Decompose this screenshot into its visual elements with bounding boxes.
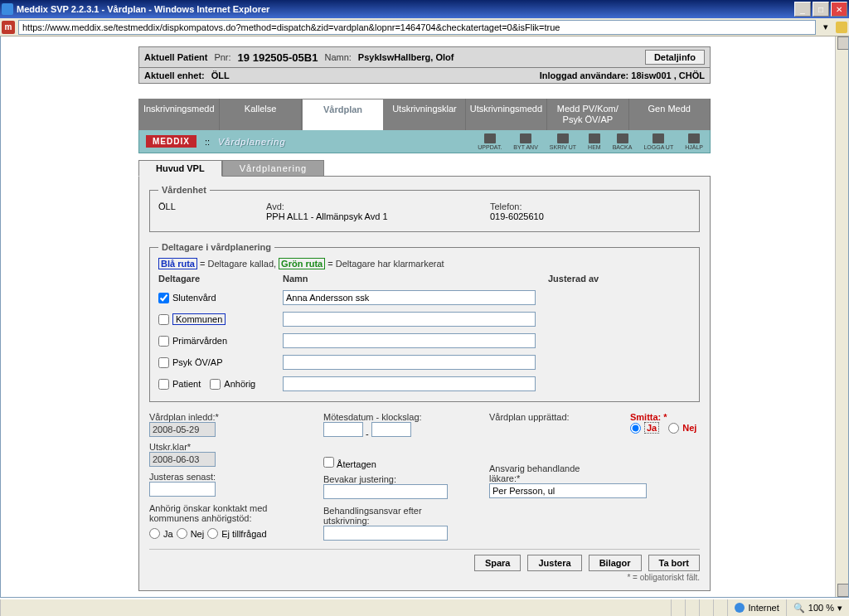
help-icon[interactable]: HJÄLP [685, 133, 703, 150]
radio-nej[interactable] [177, 528, 187, 539]
behand-input[interactable] [323, 526, 448, 541]
address-bar: m https://www.meddix.se/testmeddix/dispk… [0, 18, 849, 36]
delete-button[interactable]: Ta bort [648, 555, 700, 571]
patient-header: Aktuell Patient Pnr: 19 192505-05B1 Namn… [138, 46, 711, 84]
radio-ja[interactable] [149, 528, 160, 539]
save-button[interactable]: Spara [474, 555, 522, 571]
site-favicon: m [2, 21, 15, 34]
avd-label: Avd: [266, 201, 490, 211]
chk-kommunen[interactable] [158, 314, 169, 325]
maximize-button[interactable]: □ [813, 2, 829, 17]
motes-date-input[interactable] [323, 422, 363, 437]
deltagare-legend: Deltagare i vårdplanering [158, 242, 274, 252]
tab-medd-pv[interactable]: Medd PV/Kom/ Psyk ÖV/AP [547, 99, 628, 130]
page-body: Aktuell Patient Pnr: 19 192505-05B1 Namn… [0, 36, 849, 598]
refresh-icon[interactable]: UPPDAT. [478, 133, 502, 150]
attachments-button[interactable]: Bilagor [589, 555, 642, 571]
tab-gen-medd[interactable]: Gen Medd [629, 99, 711, 130]
name-primarvarden[interactable] [283, 333, 536, 348]
name-psyk[interactable] [283, 355, 536, 370]
unit-value: ÖLL [211, 70, 230, 80]
deltagare-fieldset: Deltagare i vårdplanering Blå ruta = Del… [149, 242, 700, 402]
print-icon[interactable]: SKRIV UT [550, 133, 576, 150]
brand-logo: MEDDIX [146, 135, 196, 148]
inledd-input[interactable]: 2008-05-29 [149, 422, 216, 437]
minimize-button[interactable]: _ [794, 2, 811, 17]
justeras-label: Justeras senast: [149, 472, 298, 482]
home-icon[interactable]: HEM [588, 133, 601, 150]
chk-primarvarden[interactable] [158, 336, 169, 347]
name-label: Namn: [324, 52, 351, 62]
lock-icon [836, 22, 847, 33]
ansvarig-label: Ansvarig behandlande läkare:* [489, 463, 605, 483]
subtab-row: Huvud VPL Vårdplanering [138, 160, 711, 177]
logged-user: 18isw001 , CHÖL [631, 70, 705, 80]
tab-utskrivningsmedd[interactable]: Utskrivningsmedd [466, 99, 547, 130]
col-deltagare: Deltagare [158, 274, 283, 284]
zoom-icon: 🔍 [793, 603, 805, 614]
bevakar-label: Bevakar justering: [323, 474, 464, 484]
ie-icon [2, 3, 13, 15]
name-kommunen[interactable] [283, 312, 536, 327]
window-titlebar: Meddix SVP 2.2.3.1 - Vårdplan - Windows … [0, 0, 849, 18]
patient-label: Aktuell Patient [144, 52, 207, 62]
motes-time-input[interactable] [371, 422, 411, 437]
status-zoom[interactable]: 🔍100 % ▾ [786, 599, 849, 616]
switch-user-icon[interactable]: BYT ANV [513, 133, 537, 150]
subtab-huvud-vpl[interactable]: Huvud VPL [138, 160, 222, 177]
utskr-input[interactable]: 2008-06-03 [149, 452, 216, 467]
patient-name: PsykIswHallberg, Olof [358, 52, 454, 62]
toolbar-title: Vårdplanering [218, 137, 286, 147]
url-dropdown-icon[interactable]: ▾ [819, 22, 832, 32]
tel-value: 019-6025610 [490, 211, 691, 221]
radio-ej[interactable] [207, 528, 218, 539]
lower-grid: Vårdplan inledd:* 2008-05-29 Utskr.klar*… [149, 412, 700, 542]
vardenhet-fieldset: Vårdenhet ÖLL Avd: PPH ALL1 - Allmänpsyk… [149, 185, 700, 232]
name-slutenvard[interactable] [283, 290, 536, 305]
tab-inskrivningsmedd[interactable]: Inskrivningsmedd [138, 99, 220, 130]
subtab-vardplanering[interactable]: Vårdplanering [222, 160, 325, 177]
main-nav: Inskrivningsmedd Kallelse Vårdplan Utskr… [138, 99, 711, 130]
toolbar: MEDDIX :: Vårdplanering UPPDAT. BYT ANV … [138, 130, 711, 153]
url-text: https://www.meddix.se/testmeddix/dispkom… [22, 22, 560, 32]
col-namn: Namn [283, 274, 548, 284]
chk-anhorig[interactable] [210, 379, 221, 390]
radio-smitta-ja[interactable] [630, 423, 641, 434]
anhorig-label: Anhörig önskar konktakt med kommunens an… [149, 503, 290, 523]
form-panel: Vårdenhet ÖLL Avd: PPH ALL1 - Allmänpsyk… [138, 176, 711, 591]
tab-vardplan[interactable]: Vårdplan [302, 99, 384, 130]
utskr-label: Utskr.klar* [149, 442, 298, 452]
window-title: Meddix SVP 2.2.3.1 - Vårdplan - Windows … [17, 4, 269, 14]
smitta-label: Smitta: * [630, 412, 696, 422]
url-field[interactable]: https://www.meddix.se/testmeddix/dispkom… [18, 20, 816, 35]
blue-legend: Blå ruta [158, 258, 197, 269]
vertical-scrollbar[interactable] [835, 36, 848, 597]
detail-button[interactable]: Detaljinfo [645, 50, 705, 65]
chk-patient[interactable] [158, 379, 169, 390]
back-icon[interactable]: BACKA [613, 133, 633, 150]
globe-icon [735, 603, 745, 613]
row-slutenvard: Slutenvård [158, 290, 691, 305]
close-button[interactable]: ✕ [831, 2, 847, 17]
status-zone: Internet [727, 599, 785, 616]
chk-atertagen[interactable] [323, 457, 334, 468]
ansvarig-input[interactable]: Per Persson, ul [489, 483, 647, 498]
adjust-button[interactable]: Justera [527, 555, 581, 571]
row-psyk: Psyk ÖV/AP [158, 355, 691, 370]
bevakar-input[interactable] [323, 484, 448, 499]
row-patient: Patient Anhörig [158, 376, 691, 391]
tab-utskrivningsklar[interactable]: Utskrivningsklar [384, 99, 465, 130]
logout-icon[interactable]: LOGGA UT [643, 133, 673, 150]
behand-label: Behandlingsansvar efter utskrivning: [323, 506, 464, 526]
justeras-input[interactable] [149, 482, 216, 497]
status-bar: Internet 🔍100 % ▾ [0, 598, 849, 616]
chk-psyk[interactable] [158, 357, 169, 368]
chk-slutenvard[interactable] [158, 293, 169, 303]
radio-smitta-nej[interactable] [668, 423, 679, 434]
row-primarvarden: Primärvården [158, 333, 691, 348]
green-legend: Grön ruta [279, 258, 325, 269]
uppr-label: Vårdplan upprättad: [489, 412, 605, 422]
tab-kallelse[interactable]: Kallelse [220, 99, 301, 130]
row-kommunen: Kommunen [158, 312, 691, 327]
name-patient-anhorig[interactable] [283, 376, 536, 391]
